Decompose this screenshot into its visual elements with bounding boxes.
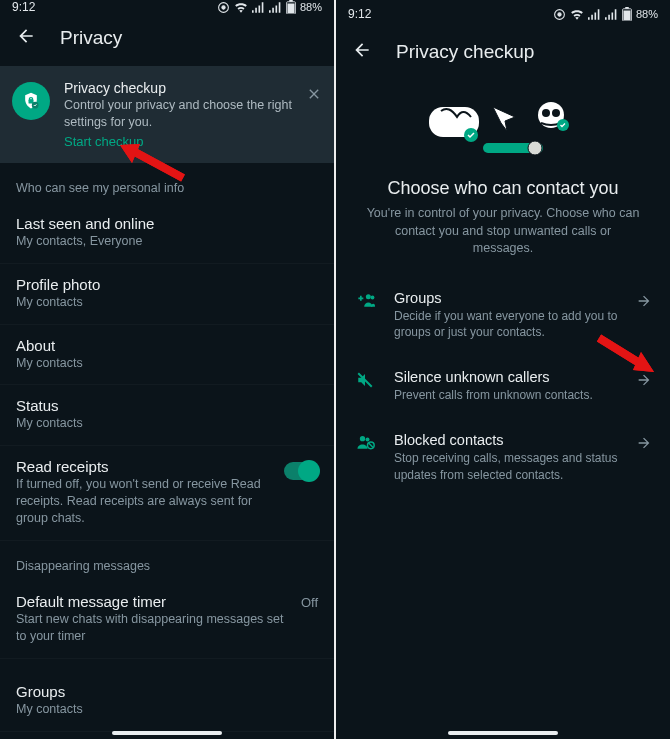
mute-icon (354, 371, 376, 389)
about-row[interactable]: About My contacts (0, 325, 334, 386)
hero-illustration (423, 98, 583, 158)
close-icon[interactable] (306, 86, 322, 106)
last-seen-row[interactable]: Last seen and online My contacts, Everyo… (0, 203, 334, 264)
option-groups-title: Groups (394, 290, 618, 306)
svg-point-20 (528, 141, 542, 155)
hero-sub: You're in control of your privacy. Choos… (336, 205, 670, 276)
svg-point-25 (366, 437, 370, 441)
svg-point-9 (558, 12, 561, 15)
svg-line-27 (369, 443, 374, 448)
svg-point-22 (371, 295, 375, 299)
status-row[interactable]: Status My contacts (0, 385, 334, 446)
privacy-checkup-card[interactable]: Privacy checkup Control your privacy and… (0, 66, 334, 163)
option-groups[interactable]: Groups Decide if you want everyone to ad… (336, 276, 670, 356)
back-icon[interactable] (16, 26, 36, 50)
start-checkup-link[interactable]: Start checkup (64, 134, 302, 149)
option-groups-sub: Decide if you want everyone to add you t… (394, 308, 618, 342)
signal-icon (588, 8, 601, 20)
target-icon (553, 8, 566, 21)
header: Privacy checkup (336, 28, 670, 80)
last-seen-title: Last seen and online (16, 215, 318, 232)
last-seen-sub: My contacts, Everyone (16, 233, 318, 250)
option-blocked-sub: Stop receiving calls, messages and statu… (394, 450, 618, 484)
groups-title: Groups (16, 683, 318, 700)
read-receipts-toggle[interactable] (284, 462, 318, 480)
checkup-desc: Control your privacy and choose the righ… (64, 97, 302, 131)
battery-percent: 88% (300, 1, 322, 13)
about-title: About (16, 337, 318, 354)
back-icon[interactable] (352, 40, 372, 64)
option-silence-title: Silence unknown callers (394, 369, 618, 385)
header: Privacy (0, 14, 334, 66)
chevron-right-icon (636, 435, 652, 455)
hero-title: Choose who can contact you (336, 168, 670, 205)
status-time: 9:12 (348, 7, 553, 21)
svg-point-16 (542, 109, 550, 117)
home-indicator[interactable] (448, 731, 558, 735)
svg-point-24 (360, 436, 365, 441)
home-indicator[interactable] (112, 731, 222, 735)
shield-lock-icon (12, 82, 50, 120)
status-time: 9:12 (12, 0, 217, 14)
svg-point-17 (552, 109, 560, 117)
about-sub: My contacts (16, 355, 318, 372)
read-receipts-sub: If turned off, you won't send or receive… (16, 476, 272, 527)
status-icons: 88% (217, 0, 322, 14)
battery-percent: 88% (636, 8, 658, 20)
blocked-contacts-icon (354, 434, 376, 450)
option-blocked[interactable]: Blocked contacts Stop receiving calls, m… (336, 418, 670, 498)
wifi-icon (570, 8, 584, 20)
page-title: Privacy (60, 27, 122, 49)
battery-icon (622, 7, 632, 21)
svg-rect-4 (287, 4, 294, 14)
option-silence-sub: Prevent calls from unknown contacts. (394, 387, 618, 404)
privacy-screen: 9:12 88% Privacy (0, 0, 334, 739)
checkup-title: Privacy checkup (64, 80, 302, 96)
default-timer-value: Off (301, 595, 318, 610)
signal-icon-2 (269, 1, 282, 13)
status-bar: 9:12 88% (336, 0, 670, 28)
status-sub: My contacts (16, 415, 318, 432)
wifi-icon (234, 1, 248, 13)
chevron-right-icon (636, 372, 652, 392)
checkup-body: Privacy checkup Control your privacy and… (64, 80, 322, 149)
read-receipts-row[interactable]: Read receipts If turned off, you won't s… (0, 446, 334, 541)
profile-photo-title: Profile photo (16, 276, 318, 293)
groups-sub: My contacts (16, 701, 318, 718)
default-timer-row[interactable]: Default message timer Start new chats wi… (0, 581, 334, 659)
chevron-right-icon (636, 293, 652, 313)
status-title: Status (16, 397, 318, 414)
option-blocked-title: Blocked contacts (394, 432, 618, 448)
svg-rect-12 (623, 11, 630, 21)
page-title: Privacy checkup (396, 41, 534, 63)
svg-point-21 (366, 294, 371, 299)
section-label-personal-info: Who can see my personal info (0, 163, 334, 203)
signal-icon (252, 1, 265, 13)
section-label-disappearing: Disappearing messages (0, 541, 334, 581)
groups-row[interactable]: Groups My contacts (0, 671, 334, 732)
privacy-checkup-screen: 9:12 88% Privacy checkup (336, 0, 670, 739)
read-receipts-title: Read receipts (16, 458, 272, 475)
battery-icon (286, 0, 296, 14)
signal-icon-2 (605, 8, 618, 20)
default-timer-title: Default message timer (16, 593, 289, 610)
status-bar: 9:12 88% (0, 0, 334, 14)
target-icon (217, 1, 230, 14)
profile-photo-row[interactable]: Profile photo My contacts (0, 264, 334, 325)
default-timer-sub: Start new chats with disappearing messag… (16, 611, 289, 645)
group-add-icon (354, 292, 376, 308)
svg-point-1 (222, 5, 225, 8)
profile-photo-sub: My contacts (16, 294, 318, 311)
status-icons: 88% (553, 7, 658, 21)
option-silence[interactable]: Silence unknown callers Prevent calls fr… (336, 355, 670, 418)
